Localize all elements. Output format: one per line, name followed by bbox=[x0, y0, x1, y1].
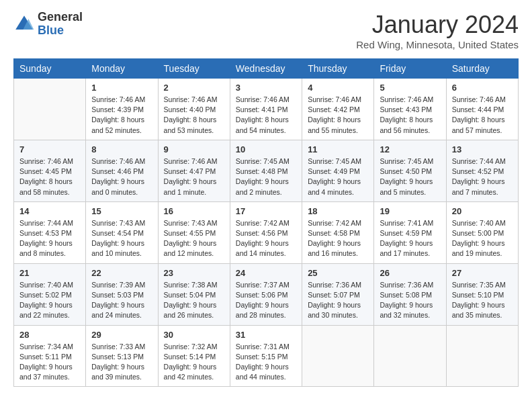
day-info: Sunrise: 7:36 AM Sunset: 5:08 PM Dayligh… bbox=[380, 280, 440, 321]
calendar-cell: 18Sunrise: 7:42 AM Sunset: 4:58 PM Dayli… bbox=[302, 201, 374, 263]
day-info: Sunrise: 7:36 AM Sunset: 5:07 PM Dayligh… bbox=[308, 280, 368, 321]
day-info: Sunrise: 7:45 AM Sunset: 4:50 PM Dayligh… bbox=[380, 156, 440, 197]
calendar-cell: 23Sunrise: 7:38 AM Sunset: 5:04 PM Dayli… bbox=[158, 263, 230, 325]
day-number: 10 bbox=[236, 144, 296, 154]
day-info: Sunrise: 7:46 AM Sunset: 4:45 PM Dayligh… bbox=[19, 156, 80, 197]
calendar-cell: 3Sunrise: 7:46 AM Sunset: 4:41 PM Daylig… bbox=[230, 79, 302, 140]
calendar-cell: 21Sunrise: 7:40 AM Sunset: 5:02 PM Dayli… bbox=[14, 263, 86, 325]
logo-blue: Blue bbox=[38, 24, 83, 38]
day-number: 29 bbox=[91, 330, 152, 340]
day-info: Sunrise: 7:42 AM Sunset: 4:58 PM Dayligh… bbox=[308, 218, 368, 259]
day-info: Sunrise: 7:45 AM Sunset: 4:49 PM Dayligh… bbox=[308, 156, 368, 197]
day-info: Sunrise: 7:41 AM Sunset: 4:59 PM Dayligh… bbox=[380, 218, 440, 259]
calendar-cell bbox=[374, 325, 446, 387]
day-info: Sunrise: 7:45 AM Sunset: 4:48 PM Dayligh… bbox=[236, 156, 296, 197]
calendar-week-row: 14Sunrise: 7:44 AM Sunset: 4:53 PM Dayli… bbox=[14, 201, 519, 263]
calendar-week-row: 28Sunrise: 7:34 AM Sunset: 5:11 PM Dayli… bbox=[14, 325, 519, 387]
weekday-header: Sunday bbox=[14, 59, 86, 79]
day-info: Sunrise: 7:46 AM Sunset: 4:42 PM Dayligh… bbox=[308, 95, 368, 136]
day-info: Sunrise: 7:43 AM Sunset: 4:55 PM Dayligh… bbox=[164, 218, 224, 259]
day-number: 8 bbox=[91, 144, 152, 154]
calendar-cell: 2Sunrise: 7:46 AM Sunset: 4:40 PM Daylig… bbox=[158, 79, 230, 140]
calendar-cell: 6Sunrise: 7:46 AM Sunset: 4:44 PM Daylig… bbox=[446, 79, 518, 140]
day-number: 20 bbox=[452, 206, 513, 216]
weekday-header: Tuesday bbox=[158, 59, 230, 79]
day-info: Sunrise: 7:46 AM Sunset: 4:39 PM Dayligh… bbox=[91, 95, 152, 136]
calendar-week-row: 7Sunrise: 7:46 AM Sunset: 4:45 PM Daylig… bbox=[14, 140, 519, 201]
day-number: 12 bbox=[380, 144, 440, 154]
day-number: 26 bbox=[380, 268, 440, 278]
day-info: Sunrise: 7:46 AM Sunset: 4:41 PM Dayligh… bbox=[236, 95, 296, 136]
location: Red Wing, Minnesota, United States bbox=[356, 39, 519, 50]
day-number: 16 bbox=[164, 206, 224, 216]
day-info: Sunrise: 7:38 AM Sunset: 5:04 PM Dayligh… bbox=[164, 280, 224, 321]
day-info: Sunrise: 7:46 AM Sunset: 4:40 PM Dayligh… bbox=[164, 95, 224, 136]
calendar-cell: 15Sunrise: 7:43 AM Sunset: 4:54 PM Dayli… bbox=[86, 201, 158, 263]
day-number: 24 bbox=[236, 268, 296, 278]
day-number: 7 bbox=[19, 144, 80, 154]
day-number: 22 bbox=[91, 268, 152, 278]
day-info: Sunrise: 7:34 AM Sunset: 5:11 PM Dayligh… bbox=[19, 342, 80, 383]
weekday-header: Friday bbox=[374, 59, 446, 79]
calendar-cell: 13Sunrise: 7:44 AM Sunset: 4:52 PM Dayli… bbox=[446, 140, 518, 201]
day-info: Sunrise: 7:43 AM Sunset: 4:54 PM Dayligh… bbox=[91, 218, 152, 259]
calendar-cell: 30Sunrise: 7:32 AM Sunset: 5:14 PM Dayli… bbox=[158, 325, 230, 387]
calendar-cell bbox=[446, 325, 518, 387]
day-number: 30 bbox=[164, 330, 224, 340]
day-number: 28 bbox=[19, 330, 80, 340]
day-number: 4 bbox=[308, 83, 368, 93]
calendar-cell: 4Sunrise: 7:46 AM Sunset: 4:42 PM Daylig… bbox=[302, 79, 374, 140]
logo-text: General Blue bbox=[38, 11, 83, 38]
day-info: Sunrise: 7:46 AM Sunset: 4:46 PM Dayligh… bbox=[91, 156, 152, 197]
title-area: January 2024 Red Wing, Minnesota, United… bbox=[356, 11, 519, 50]
calendar-cell: 5Sunrise: 7:46 AM Sunset: 4:43 PM Daylig… bbox=[374, 79, 446, 140]
calendar-cell: 25Sunrise: 7:36 AM Sunset: 5:07 PM Dayli… bbox=[302, 263, 374, 325]
day-number: 17 bbox=[236, 206, 296, 216]
calendar-cell: 27Sunrise: 7:35 AM Sunset: 5:10 PM Dayli… bbox=[446, 263, 518, 325]
calendar-cell: 28Sunrise: 7:34 AM Sunset: 5:11 PM Dayli… bbox=[14, 325, 86, 387]
calendar-cell: 20Sunrise: 7:40 AM Sunset: 5:00 PM Dayli… bbox=[446, 201, 518, 263]
day-number: 13 bbox=[452, 144, 513, 154]
calendar-cell: 12Sunrise: 7:45 AM Sunset: 4:50 PM Dayli… bbox=[374, 140, 446, 201]
weekday-header: Monday bbox=[86, 59, 158, 79]
day-info: Sunrise: 7:40 AM Sunset: 5:00 PM Dayligh… bbox=[452, 218, 513, 259]
day-info: Sunrise: 7:37 AM Sunset: 5:06 PM Dayligh… bbox=[236, 280, 296, 321]
day-number: 6 bbox=[452, 83, 513, 93]
calendar-cell: 26Sunrise: 7:36 AM Sunset: 5:08 PM Dayli… bbox=[374, 263, 446, 325]
day-number: 2 bbox=[164, 83, 224, 93]
day-info: Sunrise: 7:32 AM Sunset: 5:14 PM Dayligh… bbox=[164, 342, 224, 383]
weekday-header-row: SundayMondayTuesdayWednesdayThursdayFrid… bbox=[14, 59, 519, 79]
day-info: Sunrise: 7:39 AM Sunset: 5:03 PM Dayligh… bbox=[91, 280, 152, 321]
calendar-cell: 16Sunrise: 7:43 AM Sunset: 4:55 PM Dayli… bbox=[158, 201, 230, 263]
calendar-cell: 17Sunrise: 7:42 AM Sunset: 4:56 PM Dayli… bbox=[230, 201, 302, 263]
calendar-cell: 7Sunrise: 7:46 AM Sunset: 4:45 PM Daylig… bbox=[14, 140, 86, 201]
logo: General Blue bbox=[13, 11, 83, 38]
calendar-cell: 29Sunrise: 7:33 AM Sunset: 5:13 PM Dayli… bbox=[86, 325, 158, 387]
day-number: 25 bbox=[308, 268, 368, 278]
day-info: Sunrise: 7:33 AM Sunset: 5:13 PM Dayligh… bbox=[91, 342, 152, 383]
calendar-cell: 14Sunrise: 7:44 AM Sunset: 4:53 PM Dayli… bbox=[14, 201, 86, 263]
day-number: 27 bbox=[452, 268, 513, 278]
calendar-week-row: 1Sunrise: 7:46 AM Sunset: 4:39 PM Daylig… bbox=[14, 79, 519, 140]
day-number: 11 bbox=[308, 144, 368, 154]
weekday-header: Wednesday bbox=[230, 59, 302, 79]
logo-icon bbox=[13, 13, 35, 35]
calendar-cell: 22Sunrise: 7:39 AM Sunset: 5:03 PM Dayli… bbox=[86, 263, 158, 325]
day-number: 21 bbox=[19, 268, 80, 278]
day-info: Sunrise: 7:40 AM Sunset: 5:02 PM Dayligh… bbox=[19, 280, 80, 321]
day-number: 15 bbox=[91, 206, 152, 216]
day-info: Sunrise: 7:35 AM Sunset: 5:10 PM Dayligh… bbox=[452, 280, 513, 321]
day-info: Sunrise: 7:44 AM Sunset: 4:53 PM Dayligh… bbox=[19, 218, 80, 259]
day-info: Sunrise: 7:44 AM Sunset: 4:52 PM Dayligh… bbox=[452, 156, 513, 197]
calendar-cell: 1Sunrise: 7:46 AM Sunset: 4:39 PM Daylig… bbox=[86, 79, 158, 140]
day-info: Sunrise: 7:46 AM Sunset: 4:43 PM Dayligh… bbox=[380, 95, 440, 136]
day-number: 9 bbox=[164, 144, 224, 154]
day-number: 14 bbox=[19, 206, 80, 216]
day-info: Sunrise: 7:46 AM Sunset: 4:44 PM Dayligh… bbox=[452, 95, 513, 136]
day-number: 23 bbox=[164, 268, 224, 278]
weekday-header: Thursday bbox=[302, 59, 374, 79]
calendar-cell: 9Sunrise: 7:46 AM Sunset: 4:47 PM Daylig… bbox=[158, 140, 230, 201]
calendar-table: SundayMondayTuesdayWednesdayThursdayFrid… bbox=[13, 58, 519, 387]
calendar-cell bbox=[302, 325, 374, 387]
logo-general: General bbox=[38, 11, 83, 24]
